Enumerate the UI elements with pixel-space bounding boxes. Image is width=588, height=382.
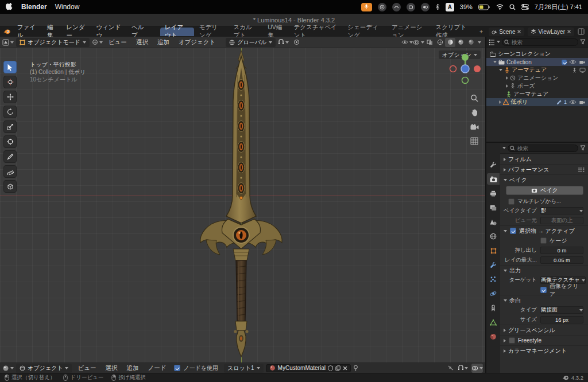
tab-material-properties[interactable]	[487, 331, 500, 342]
extrusion-field[interactable]: 0 m	[540, 247, 583, 254]
visibility-dropdown[interactable]	[401, 38, 413, 47]
max-ray-field[interactable]: 0.05 m	[540, 256, 583, 264]
new-material-icon[interactable]	[335, 365, 341, 371]
add-workspace-button[interactable]: +	[475, 28, 488, 36]
tab-world-properties[interactable]	[487, 231, 500, 242]
shader-menu-add[interactable]: 追加	[123, 364, 142, 373]
unlink-material-icon[interactable]	[343, 366, 347, 371]
blender-logo-icon[interactable]	[3, 28, 11, 35]
hide-eye-icon[interactable]	[569, 60, 577, 64]
navigation-gizmo[interactable]	[448, 52, 482, 86]
node-overlays-toggle[interactable]	[471, 364, 483, 373]
unlink-scene-icon[interactable]	[517, 29, 521, 34]
bake-type-dropdown[interactable]: 影	[540, 207, 583, 215]
from-multires-checkbox[interactable]	[508, 198, 514, 205]
outliner-search-input[interactable]	[502, 38, 578, 46]
outliner-row-armature-object[interactable]: アーマテュア	[486, 66, 588, 74]
margin-type-dropdown[interactable]: 隣接面	[540, 306, 583, 314]
section-grease-pencil[interactable]: グリースペンシル	[500, 325, 588, 335]
use-nodes-checkbox[interactable]	[174, 365, 180, 371]
shading-solid[interactable]	[445, 38, 455, 47]
filter-icon[interactable]	[580, 39, 586, 45]
remove-view-layer-icon[interactable]	[567, 29, 571, 34]
bluetooth-icon[interactable]	[435, 3, 440, 10]
proportional-edit-toggle[interactable]	[291, 38, 301, 47]
xray-toggle[interactable]	[424, 38, 435, 47]
sword-model[interactable]	[187, 49, 296, 362]
shading-dropdown-caret[interactable]	[478, 41, 481, 44]
outliner-search[interactable]	[502, 38, 578, 46]
disable-render-camera-icon[interactable]	[579, 60, 586, 64]
selected-to-active-checkbox[interactable]	[510, 228, 516, 234]
tab-physics-properties[interactable]	[487, 288, 500, 299]
fake-user-shield-icon[interactable]	[328, 365, 333, 371]
pin-icon[interactable]	[353, 365, 358, 372]
outliner-row-scene-collection[interactable]: シーンコレクション	[486, 50, 588, 58]
filter-icon[interactable]	[580, 145, 586, 151]
shader-editor-type-dropdown[interactable]	[2, 364, 14, 373]
menu-file[interactable]: ファイル	[13, 27, 42, 36]
viewport-menu-select[interactable]: 選択	[133, 38, 152, 47]
macos-menu-window[interactable]: Window	[55, 3, 80, 11]
macos-app-name[interactable]: Blender	[21, 3, 47, 11]
section-color-management[interactable]: カラーマネージメント	[500, 345, 588, 356]
viewport-menu-add[interactable]: 追加	[154, 38, 173, 47]
section-bake[interactable]: ベイク	[500, 174, 588, 185]
section-film[interactable]: フィルム	[500, 154, 588, 164]
cage-checkbox[interactable]	[540, 237, 547, 244]
outliner-row-pose[interactable]: ポーズ	[486, 82, 588, 90]
tab-animation[interactable]: アニメーション	[387, 28, 431, 36]
tool-select-box[interactable]	[3, 61, 17, 73]
outliner-editor-icon[interactable]	[489, 39, 495, 45]
collection-checkbox[interactable]	[562, 60, 567, 65]
menu-extra-icon-1[interactable]	[378, 3, 386, 11]
menu-window[interactable]: ウィンドウ	[92, 27, 126, 36]
freestyle-checkbox[interactable]	[509, 337, 515, 344]
snap-node-icon[interactable]	[447, 365, 454, 371]
tab-particle-properties[interactable]	[487, 274, 500, 285]
tab-output-properties[interactable]	[487, 188, 500, 199]
bake-button[interactable]: ベイク	[506, 186, 583, 195]
shading-rendered[interactable]	[466, 38, 476, 47]
scene-selector[interactable]: Scene	[489, 28, 524, 36]
viewport-3d[interactable]: トップ・平行投影 (1) Collection | 低ポリ 10センチメートル …	[0, 48, 485, 362]
tool-scale[interactable]	[3, 120, 17, 133]
spotlight-search-icon[interactable]	[509, 4, 516, 10]
tab-object-properties[interactable]	[487, 245, 500, 256]
shading-material[interactable]	[455, 38, 466, 47]
editor-type-dropdown[interactable]	[2, 38, 14, 47]
presets-icon[interactable]	[578, 167, 585, 173]
tool-annotate[interactable]	[3, 150, 17, 163]
viewport-menu-object[interactable]: オブジェクト	[175, 38, 219, 47]
tab-tool-properties[interactable]	[487, 159, 500, 170]
menu-extra-icon-2[interactable]	[392, 3, 401, 11]
outliner-row-lowpoly[interactable]: 低ポリ 1	[486, 98, 588, 106]
apple-logo-icon[interactable]	[6, 3, 13, 11]
clear-image-checkbox[interactable]	[540, 287, 547, 293]
use-nodes-toggle[interactable]: ノードを使用	[174, 364, 218, 372]
snap-toggle[interactable]	[278, 38, 289, 47]
tab-modeling[interactable]: モデリング	[195, 28, 229, 36]
mode-dropdown[interactable]: オブジェクトモード	[16, 38, 90, 47]
menu-datetime[interactable]: 7月26日(土) 7:41	[535, 3, 582, 11]
input-source-icon[interactable]: A	[446, 3, 454, 11]
outliner-row-animation[interactable]: アニメーション	[486, 74, 588, 82]
menu-help[interactable]: ヘルプ	[127, 27, 151, 36]
tool-rotate[interactable]	[3, 106, 17, 118]
control-center-icon[interactable]	[521, 4, 529, 10]
section-selected-to-active[interactable]: 選択物 → アクティブ	[500, 225, 588, 236]
menu-edit[interactable]: 編集	[43, 27, 61, 36]
toggle-grid-button[interactable]	[469, 136, 479, 146]
shader-menu-select[interactable]: 選択	[102, 364, 121, 373]
cage-row[interactable]: ケージ	[540, 237, 583, 245]
mic-status-icon[interactable]	[361, 3, 372, 11]
outliner-editor-caret[interactable]	[497, 41, 500, 43]
disable-render-camera-icon[interactable]	[579, 100, 586, 104]
properties-search[interactable]	[508, 145, 578, 152]
transform-orientation-dropdown[interactable]: グローバル	[226, 38, 276, 47]
tool-transform[interactable]	[3, 135, 17, 148]
tool-cursor[interactable]	[3, 76, 17, 88]
outliner-row-armature-data[interactable]: アーマテュア	[486, 90, 588, 98]
tab-view-layer-properties[interactable]	[487, 202, 500, 213]
viewport-menu-view[interactable]: ビュー	[105, 38, 130, 47]
